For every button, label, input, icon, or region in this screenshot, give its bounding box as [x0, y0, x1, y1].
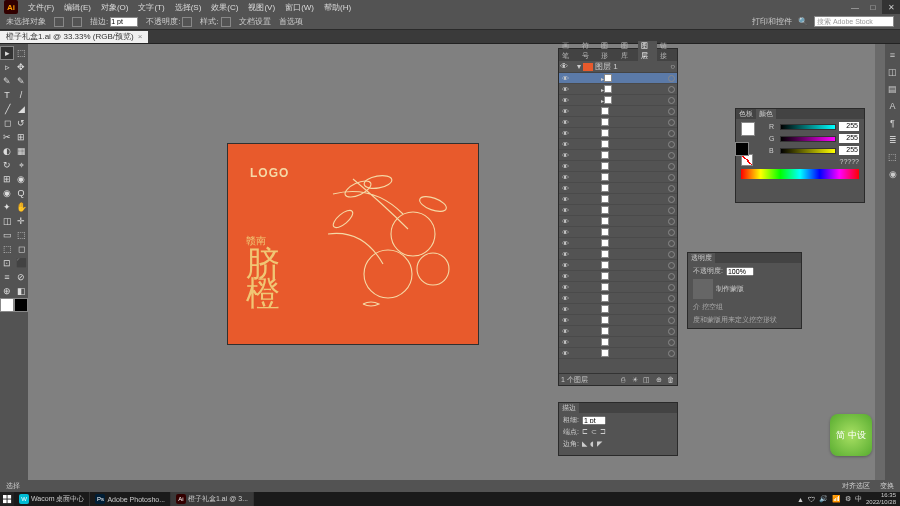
start-button[interactable] — [0, 492, 14, 506]
tray-shield-icon[interactable]: 🛡 — [808, 496, 815, 503]
tool-12-a[interactable]: ◫ — [0, 214, 14, 228]
blue-slider[interactable] — [780, 148, 836, 154]
tool-9-b[interactable]: ◉ — [14, 172, 28, 186]
layer-row[interactable]: 👁 — [559, 128, 677, 139]
stroke-tool-swatch[interactable] — [14, 298, 28, 312]
style-dropdown[interactable] — [221, 17, 231, 27]
tool-10-a[interactable]: ◉ — [0, 186, 14, 200]
taskbar-app-item[interactable]: Ai橙子礼盒1.ai @ 3... — [171, 492, 254, 506]
new-layer-icon[interactable]: ⊕ — [654, 376, 663, 384]
target-icon[interactable] — [668, 141, 675, 148]
color-panel[interactable]: 色板 颜色 R255 G255 B255 ????? — [735, 108, 865, 203]
window-close-button[interactable]: ✕ — [882, 0, 900, 14]
target-icon[interactable] — [668, 207, 675, 214]
panel-strip-icon-7[interactable]: ◉ — [886, 167, 899, 180]
red-value[interactable]: 255 — [839, 122, 859, 131]
target-icon[interactable] — [668, 317, 675, 324]
panel-tab-symbols[interactable]: 符号 — [579, 41, 599, 61]
opacity-input[interactable] — [726, 267, 754, 276]
layer-row[interactable]: 👁 — [559, 183, 677, 194]
stock-search-input[interactable]: 搜索 Adobe Stock — [814, 16, 894, 27]
tool-13-a[interactable]: ▭ — [0, 228, 14, 242]
taskbar-clock[interactable]: 16:35 2022/10/28 — [866, 492, 896, 506]
tool-6-a[interactable]: ✂ — [0, 130, 14, 144]
fill-tool-swatch[interactable] — [0, 298, 14, 312]
visibility-toggle-icon[interactable]: 👁 — [559, 196, 571, 203]
target-icon[interactable] — [668, 229, 675, 236]
tool-4-b[interactable]: ◢ — [14, 102, 28, 116]
layer-row[interactable]: 👁 — [559, 271, 677, 282]
menu-edit[interactable]: 编辑(E) — [64, 2, 91, 13]
tool-16-b[interactable]: ⊘ — [14, 270, 28, 284]
window-minimize-button[interactable]: — — [846, 0, 864, 14]
cap-square-icon[interactable]: ⊐ — [600, 428, 606, 436]
tool-8-b[interactable]: ⌖ — [14, 158, 28, 172]
visibility-toggle-icon[interactable]: 👁 — [559, 262, 571, 269]
cap-butt-icon[interactable]: ⊏ — [582, 428, 588, 436]
tool-5-b[interactable]: ↺ — [14, 116, 28, 130]
corner-bevel-icon[interactable]: ◤ — [597, 440, 602, 448]
layer-row[interactable]: 👁 — [559, 205, 677, 216]
make-clip-icon[interactable]: ☀ — [630, 376, 639, 384]
menu-file[interactable]: 文件(F) — [28, 2, 54, 13]
panel-tab-links[interactable]: 链接 — [657, 41, 677, 61]
visibility-toggle-icon[interactable]: 👁 — [559, 108, 571, 115]
menu-type[interactable]: 文字(T) — [138, 2, 164, 13]
layer-row[interactable]: 👁 — [559, 249, 677, 260]
window-maximize-button[interactable]: □ — [864, 0, 882, 14]
target-icon[interactable] — [668, 273, 675, 280]
transparency-tab[interactable]: 透明度 — [688, 253, 715, 263]
visibility-toggle-icon[interactable]: 👁 — [559, 350, 571, 357]
layer-row[interactable]: 👁 — [559, 139, 677, 150]
panel-tab-graphics[interactable]: 图形 — [598, 41, 618, 61]
fill-swatch[interactable] — [54, 17, 64, 27]
tool-12-b[interactable]: ✛ — [14, 214, 28, 228]
target-icon[interactable] — [668, 185, 675, 192]
layer-row[interactable]: 👁 — [559, 161, 677, 172]
tool-10-b[interactable]: Q — [14, 186, 28, 200]
layer-row[interactable]: 👁 — [559, 348, 677, 359]
green-slider[interactable] — [780, 136, 836, 142]
layer-row[interactable]: 👁 — [559, 150, 677, 161]
tool-16-a[interactable]: ≡ — [0, 270, 14, 284]
panel-tab-layers[interactable]: 图层 — [638, 41, 658, 61]
target-icon[interactable] — [668, 130, 675, 137]
visibility-toggle-icon[interactable]: 👁 — [559, 218, 571, 225]
layer-row[interactable]: 👁 — [559, 117, 677, 128]
target-icon[interactable] — [668, 86, 675, 93]
target-icon[interactable] — [668, 284, 675, 291]
visibility-toggle-icon[interactable]: 👁 — [559, 273, 571, 280]
layer-row[interactable]: 👁▸ — [559, 95, 677, 106]
layer-row[interactable]: 👁 — [559, 315, 677, 326]
visibility-toggle-icon[interactable]: 👁 — [559, 240, 571, 247]
panel-strip-icon-6[interactable]: ⬚ — [886, 150, 899, 163]
tool-14-b[interactable]: ◻ — [14, 242, 28, 256]
new-sublayer-icon[interactable]: ◫ — [642, 376, 651, 384]
visibility-toggle-icon[interactable]: 👁 — [559, 251, 571, 258]
make-mask-button[interactable]: 制作蒙版 — [716, 284, 744, 294]
tool-17-a[interactable]: ⊕ — [0, 284, 14, 298]
panel-tab-library[interactable]: 图库 — [618, 41, 638, 61]
locate-layer-icon[interactable]: ⎙ — [618, 376, 627, 383]
tool-0-b[interactable]: ⬚ — [14, 46, 28, 60]
visibility-toggle-icon[interactable]: 👁 — [559, 295, 571, 302]
layer-top-row[interactable]: 👁 ▾ 图层 1 ○ — [559, 61, 677, 73]
document-tab[interactable]: 橙子礼盒1.ai @ 33.33% (RGB/预览) × — [0, 31, 148, 43]
target-icon[interactable] — [668, 152, 675, 159]
color-tab[interactable]: 颜色 — [756, 109, 776, 119]
target-icon[interactable] — [668, 75, 675, 82]
tray-settings-icon[interactable]: ⚙ — [845, 495, 851, 503]
visibility-toggle-icon[interactable]: 👁 — [559, 328, 571, 335]
panel-strip-icon-1[interactable]: ◫ — [886, 65, 899, 78]
target-icon[interactable] — [668, 295, 675, 302]
target-icon[interactable] — [668, 339, 675, 346]
panel-strip-icon-2[interactable]: ▤ — [886, 82, 899, 95]
tool-9-a[interactable]: ⊞ — [0, 172, 14, 186]
layer-row[interactable]: 👁 — [559, 282, 677, 293]
menu-help[interactable]: 帮助(H) — [324, 2, 351, 13]
tool-3-b[interactable]: / — [14, 88, 28, 102]
visibility-toggle-icon[interactable]: 👁 — [559, 174, 571, 181]
layer-row[interactable]: 👁 — [559, 304, 677, 315]
tray-network-icon[interactable]: 📶 — [832, 495, 841, 503]
tool-11-b[interactable]: ✋ — [14, 200, 28, 214]
